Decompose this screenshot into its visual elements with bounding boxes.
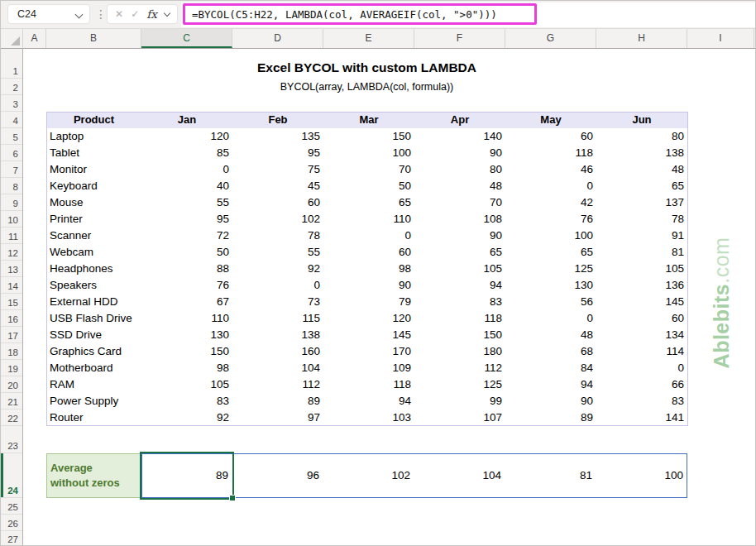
table-cell[interactable]: 48 — [596, 161, 687, 178]
row-header-13[interactable]: 13 — [1, 261, 22, 277]
table-cell[interactable]: 98 — [141, 360, 232, 376]
table-cell[interactable]: 60 — [232, 194, 323, 211]
table-cell[interactable]: 114 — [596, 343, 687, 360]
table-header-2[interactable]: Feb — [232, 112, 323, 128]
table-row-product[interactable]: Graphics Card — [46, 343, 141, 360]
row-header-24[interactable]: 24 — [1, 453, 22, 498]
table-cell[interactable]: 92 — [141, 410, 232, 426]
row-header-26[interactable]: 26 — [1, 515, 22, 531]
table-cell[interactable]: 100 — [505, 228, 596, 244]
cancel-icon[interactable]: ✕ — [115, 8, 123, 20]
table-row-product[interactable]: External HDD — [46, 294, 141, 310]
table-cell[interactable]: 75 — [232, 161, 323, 178]
table-header-0[interactable]: Product — [46, 112, 141, 128]
table-cell[interactable]: 67 — [141, 294, 232, 310]
table-cell[interactable]: 46 — [505, 161, 596, 178]
result-cell[interactable]: 89 — [141, 453, 232, 498]
table-cell[interactable]: 89 — [505, 410, 596, 426]
table-cell[interactable]: 107 — [414, 410, 505, 426]
table-cell[interactable]: 95 — [141, 211, 232, 228]
table-row-product[interactable]: Router — [46, 410, 141, 426]
table-cell[interactable]: 90 — [323, 277, 414, 294]
row-header-21[interactable]: 21 — [1, 393, 22, 410]
result-cell[interactable]: 102 — [323, 453, 414, 498]
table-cell[interactable]: 60 — [505, 128, 596, 145]
table-row-product[interactable]: Keyboard — [46, 178, 141, 194]
table-cell[interactable]: 105 — [414, 261, 505, 277]
table-cell[interactable]: 112 — [414, 360, 505, 376]
table-cell[interactable]: 105 — [596, 261, 687, 277]
table-cell[interactable]: 94 — [414, 277, 505, 294]
table-row-product[interactable]: Tablet — [46, 145, 141, 161]
table-cell[interactable]: 91 — [596, 228, 687, 244]
table-cell[interactable]: 94 — [323, 393, 414, 410]
table-cell[interactable]: 98 — [323, 261, 414, 277]
table-cell[interactable]: 118 — [323, 376, 414, 393]
row-header-6[interactable]: 6 — [1, 145, 22, 161]
table-cell[interactable]: 56 — [505, 294, 596, 310]
table-row-product[interactable]: Motherboard — [46, 360, 141, 376]
row-header-5[interactable]: 5 — [1, 128, 22, 145]
table-cell[interactable]: 73 — [232, 294, 323, 310]
result-cell[interactable]: 100 — [596, 453, 687, 498]
table-cell[interactable]: 81 — [596, 244, 687, 261]
name-box[interactable]: C24 — [7, 4, 90, 24]
result-cell[interactable]: 81 — [505, 453, 596, 498]
table-cell[interactable]: 95 — [232, 145, 323, 161]
column-header-E[interactable]: E — [323, 29, 414, 48]
table-cell[interactable]: 105 — [141, 376, 232, 393]
table-cell[interactable]: 141 — [596, 410, 687, 426]
table-cell[interactable]: 0 — [596, 360, 687, 376]
column-header-F[interactable]: F — [414, 29, 505, 48]
enter-icon[interactable]: ✓ — [131, 8, 139, 20]
table-cell[interactable]: 0 — [505, 178, 596, 194]
table-cell[interactable]: 104 — [232, 360, 323, 376]
row-header-27[interactable]: 27 — [1, 531, 22, 546]
table-row-product[interactable]: USB Flash Drive — [46, 310, 141, 327]
table-cell[interactable]: 94 — [505, 376, 596, 393]
table-cell[interactable]: 80 — [414, 161, 505, 178]
row-header-20[interactable]: 20 — [1, 376, 22, 393]
table-cell[interactable]: 138 — [596, 145, 687, 161]
row-header-25[interactable]: 25 — [1, 498, 22, 515]
column-header-A[interactable]: A — [23, 29, 46, 48]
table-cell[interactable]: 65 — [323, 194, 414, 211]
table-cell[interactable]: 70 — [323, 161, 414, 178]
table-cell[interactable]: 60 — [596, 310, 687, 327]
table-cell[interactable]: 130 — [141, 327, 232, 343]
table-cell[interactable]: 0 — [141, 161, 232, 178]
result-cell[interactable]: 104 — [414, 453, 505, 498]
column-header-H[interactable]: H — [596, 29, 687, 48]
table-cell[interactable]: 65 — [414, 244, 505, 261]
table-row-product[interactable]: Mouse — [46, 194, 141, 211]
table-header-5[interactable]: May — [505, 112, 596, 128]
table-row-product[interactable]: Monitor — [46, 161, 141, 178]
table-cell[interactable]: 40 — [141, 178, 232, 194]
table-cell[interactable]: 84 — [505, 360, 596, 376]
table-cell[interactable]: 76 — [505, 211, 596, 228]
table-cell[interactable]: 137 — [596, 194, 687, 211]
table-cell[interactable]: 76 — [141, 277, 232, 294]
result-label-cell[interactable]: Average without zeros — [46, 453, 141, 498]
table-row-product[interactable]: SSD Drive — [46, 327, 141, 343]
table-cell[interactable]: 110 — [141, 310, 232, 327]
result-cell[interactable]: 96 — [232, 453, 323, 498]
row-header-3[interactable]: 3 — [1, 95, 22, 112]
column-header-G[interactable]: G — [505, 29, 596, 48]
table-cell[interactable]: 135 — [232, 128, 323, 145]
table-row-product[interactable]: Power Supply — [46, 393, 141, 410]
table-cell[interactable]: 109 — [323, 360, 414, 376]
row-header-18[interactable]: 18 — [1, 343, 22, 360]
row-header-22[interactable]: 22 — [1, 410, 22, 426]
table-cell[interactable]: 85 — [141, 145, 232, 161]
table-row-product[interactable]: Printer — [46, 211, 141, 228]
table-cell[interactable]: 140 — [414, 128, 505, 145]
table-cell[interactable]: 120 — [323, 310, 414, 327]
select-all-button[interactable] — [1, 29, 23, 49]
insert-function-icon[interactable]: fx — [146, 7, 157, 21]
table-row-product[interactable]: Webcam — [46, 244, 141, 261]
table-cell[interactable]: 125 — [505, 261, 596, 277]
table-cell[interactable]: 118 — [505, 145, 596, 161]
table-cell[interactable]: 90 — [414, 145, 505, 161]
table-cell[interactable]: 45 — [232, 178, 323, 194]
